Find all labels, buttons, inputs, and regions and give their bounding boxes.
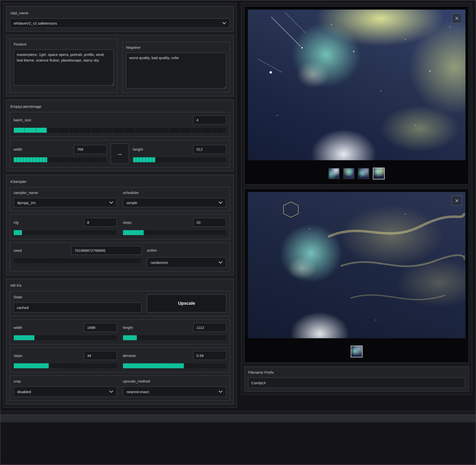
hr-height-label: height	[123, 325, 133, 330]
hr-steps-half: steps	[14, 351, 117, 369]
preview-image-bottom	[248, 192, 465, 338]
preview-image-top	[248, 10, 465, 160]
negative-label: Negative	[126, 45, 226, 49]
cfg-input[interactable]	[84, 218, 117, 227]
thumbnail-4-selected[interactable]	[373, 168, 385, 179]
crop-label: crop	[14, 379, 117, 383]
hr-steps-slider[interactable]	[14, 363, 117, 369]
checkpoint-group: ckpt_name refslaveV2_v2.safetensors	[6, 6, 234, 32]
state-input[interactable]	[14, 303, 142, 312]
chevron-down-icon	[109, 201, 113, 204]
steps-label: steps	[123, 220, 132, 224]
steps-slider[interactable]	[123, 230, 226, 235]
latent-size-box: width ↔ height	[10, 140, 230, 168]
cfg-slider-fill	[14, 230, 22, 235]
crop-method-box: crop disabled upscale_method nearest-exa…	[10, 376, 230, 401]
positive-prompt-box: Positive masterpiece, 1girl, space opera…	[10, 39, 117, 93]
gold-streak-decoration	[248, 192, 465, 338]
latent-height-slider-fill	[133, 157, 155, 162]
upscale-method-select[interactable]: nearest-exact	[123, 386, 226, 397]
footer-strip-dark	[0, 411, 476, 415]
hr-width-slider[interactable]	[14, 335, 117, 340]
close-icon[interactable]: ×	[452, 196, 462, 206]
negative-prompt-input[interactable]: worst quality, bad quality, nsfw	[126, 53, 226, 89]
scheduler-half: scheduler simple	[123, 191, 226, 207]
sampler-name-value: dpmpp_2m	[17, 201, 36, 205]
sampler-name-select[interactable]: dpmpp_2m	[14, 198, 117, 207]
sampler-half: sampler_name dpmpp_2m	[14, 191, 117, 207]
hr-fix-group: HR Fix State Upscale	[6, 279, 234, 404]
hr-width-input[interactable]	[84, 323, 117, 332]
filename-prefix-input[interactable]	[248, 378, 465, 388]
latent-width-input[interactable]	[74, 145, 107, 154]
latent-width-slider-fill	[14, 157, 47, 162]
thumbnail-2[interactable]	[343, 168, 354, 179]
positive-prompt-input[interactable]: masterpiece, 1girl, space opera, portrai…	[14, 49, 114, 85]
latent-width-slider[interactable]	[14, 157, 107, 162]
hr-steps-denoise-box: steps denoise	[10, 348, 230, 372]
seed-label: seed	[14, 248, 22, 253]
crop-select[interactable]: disabled	[14, 386, 117, 397]
upscale-button-label: Upscale	[178, 301, 195, 306]
main-columns: ckpt_name refslaveV2_v2.safetensors Posi…	[0, 0, 476, 410]
seed-input[interactable]	[71, 246, 142, 255]
hr-height-input[interactable]	[193, 323, 226, 332]
scheduler-label: scheduler	[123, 191, 226, 195]
batch-size-label: batch_size	[14, 118, 31, 122]
checkpoint-select[interactable]: refslaveV2_v2.safetensors	[10, 18, 230, 28]
preview-column: ×	[241, 3, 472, 395]
crop-value: disabled	[17, 390, 31, 394]
thumbnail-row	[248, 346, 465, 357]
crop-half: crop disabled	[14, 379, 117, 397]
latent-width-half: width	[14, 145, 107, 162]
steps-input[interactable]	[193, 218, 226, 227]
checkpoint-label: ckpt_name	[10, 11, 229, 15]
hr-steps-label: steps	[14, 353, 22, 358]
empty-latent-image-title: EmptyLatentImage	[10, 104, 229, 109]
hr-height-slider-fill	[123, 335, 137, 340]
upscale-button[interactable]: Upscale	[147, 294, 226, 312]
scheduler-select[interactable]: simple	[123, 198, 226, 207]
latent-height-slider[interactable]	[133, 157, 226, 162]
preview-panel-bottom: ×	[244, 189, 469, 363]
footer-strip-light	[0, 415, 476, 422]
thumbnail-row	[248, 168, 465, 179]
batch-size-slider-fill	[14, 128, 47, 133]
action-select[interactable]: randomize	[147, 257, 226, 268]
sampler-scheduler-box: sampler_name dpmpp_2m scheduler simple	[10, 187, 230, 211]
preview-panel-top: ×	[244, 6, 469, 185]
upscale-method-half: upscale_method nearest-exact	[123, 379, 226, 397]
hr-size-box: width height	[10, 320, 230, 344]
ksampler-group: KSampler sampler_name dpmpp_2m scheduler	[6, 175, 234, 275]
latent-height-input[interactable]	[193, 145, 226, 154]
close-icon[interactable]: ×	[452, 13, 462, 23]
prompts-row: Positive masterpiece, 1girl, space opera…	[10, 39, 230, 93]
hr-width-label: width	[14, 325, 22, 330]
batch-size-slider[interactable]	[14, 128, 226, 133]
ksampler-title: KSampler	[10, 179, 229, 184]
seed-slider[interactable]	[14, 258, 142, 263]
filename-prefix-panel: Filename Prefix	[244, 367, 469, 392]
action-label: action	[147, 246, 226, 255]
denoise-slider-fill	[123, 363, 184, 368]
hr-height-slider[interactable]	[123, 335, 226, 340]
thumbnail-1[interactable]	[329, 168, 339, 179]
chevron-down-icon	[219, 201, 222, 204]
denoise-slider[interactable]	[123, 363, 226, 369]
swap-dimensions-button[interactable]: ↔	[111, 144, 129, 164]
negative-prompt-box: Negative worst quality, bad quality, nsf…	[122, 42, 230, 93]
cfg-slider[interactable]	[14, 230, 117, 235]
cfg-steps-box: cfg steps	[10, 214, 230, 239]
action-value: randomize	[151, 260, 168, 265]
chevron-down-icon	[219, 390, 222, 393]
batch-size-input[interactable]	[193, 115, 226, 124]
denoise-input[interactable]	[193, 351, 226, 360]
prompts-group: Positive masterpiece, 1girl, space opera…	[6, 35, 234, 96]
hr-steps-input[interactable]	[84, 351, 117, 360]
chevron-down-icon	[219, 261, 222, 264]
state-upscale-box: State Upscale	[10, 291, 230, 316]
hr-width-slider-fill	[14, 335, 34, 340]
thumbnail-3[interactable]	[358, 168, 369, 179]
thumbnail-1-selected[interactable]	[351, 346, 363, 357]
steps-slider-fill	[123, 230, 144, 235]
